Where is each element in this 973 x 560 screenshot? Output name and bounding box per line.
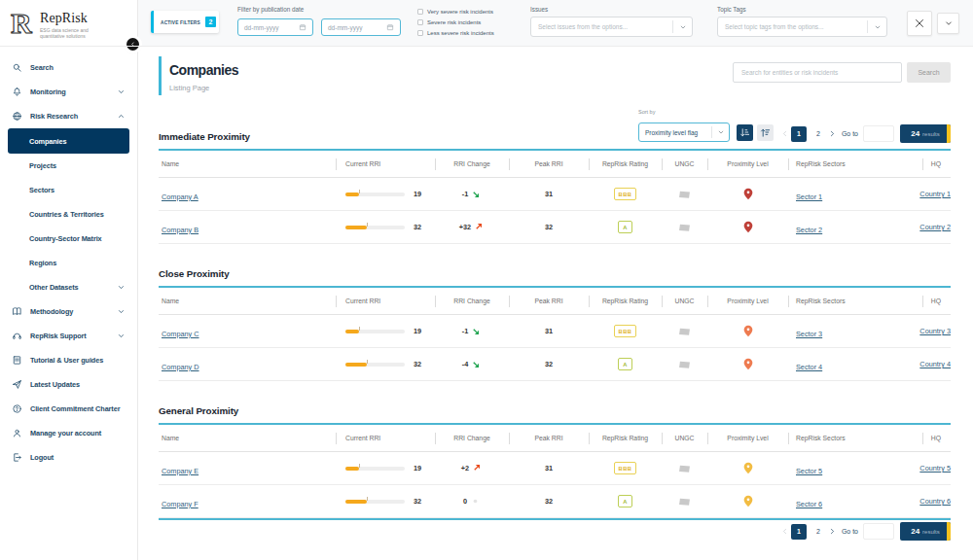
search-button[interactable]: Search — [907, 62, 951, 83]
column-header: Current RRI — [336, 435, 435, 441]
user-icon — [12, 428, 22, 438]
column-separator — [922, 296, 923, 307]
column-separator — [589, 296, 590, 307]
sector-link[interactable]: Sector 2 — [796, 226, 822, 234]
proximity-pin-icon — [743, 495, 753, 508]
column-header: RepRisk Sectors — [788, 160, 922, 167]
sidebar-item-regions[interactable]: Regions — [0, 251, 138, 275]
sidebar-item-logout[interactable]: Logout — [0, 445, 138, 470]
rri-decrease-arrow-icon — [471, 359, 482, 369]
hq-cell: Country 6 — [922, 497, 951, 506]
proximity-level-cell — [707, 325, 788, 337]
company-link[interactable]: Company E — [162, 467, 198, 475]
date-to-input[interactable]: dd-mm-yyyy — [321, 18, 401, 36]
date-from-input[interactable]: dd-mm-yyyy — [237, 18, 313, 36]
rating-badge: BBB — [614, 325, 637, 337]
column-header: RRI Change — [435, 160, 509, 167]
date-to-placeholder: dd-mm-yyyy — [328, 24, 362, 31]
rri-change-cell: -4 — [435, 359, 509, 369]
globe-icon — [12, 111, 22, 122]
peak-rri-value: 32 — [545, 497, 553, 506]
active-filters-count-badge: 2 — [205, 17, 216, 27]
column-header: RRI Change — [435, 435, 509, 441]
country-link[interactable]: Country 4 — [919, 360, 951, 368]
sidebar-item-projects[interactable]: Projects — [0, 154, 138, 178]
sector-link[interactable]: Sector 3 — [796, 330, 822, 338]
issues-dropdown[interactable]: Select issues from the options... — [530, 17, 693, 37]
country-link[interactable]: Country 5 — [919, 464, 951, 472]
sidebar-item-risk-research[interactable]: Risk Research — [0, 104, 138, 128]
headset-icon — [12, 331, 22, 341]
column-header: RepRisk Rating — [589, 160, 662, 167]
close-filters-button[interactable] — [907, 11, 932, 36]
checkbox[interactable] — [417, 30, 423, 36]
sector-link[interactable]: Sector 1 — [796, 192, 822, 201]
checkbox[interactable] — [417, 9, 423, 15]
topic-tags-dropdown[interactable]: Select topic tags from the options... — [717, 17, 887, 37]
current-rri-value: 32 — [414, 360, 421, 368]
sidebar-item-companies[interactable]: Companies — [8, 128, 129, 154]
company-link[interactable]: Company F — [162, 500, 198, 508]
column-separator — [336, 158, 337, 170]
column-header: HQ — [922, 435, 951, 441]
page-2-button[interactable]: 2 — [811, 524, 826, 540]
column-separator — [336, 433, 337, 444]
column-separator — [336, 296, 337, 307]
page-1-button[interactable]: 1 — [791, 524, 807, 540]
rri-bar-tick — [367, 223, 368, 227]
active-filters-button[interactable]: ACTIVE FILTERS 2 — [151, 11, 219, 33]
calendar-icon — [299, 23, 306, 31]
rri-bar-track — [345, 363, 405, 367]
page-prev-icon[interactable] — [780, 527, 789, 536]
hq-cell: Country 4 — [922, 360, 951, 368]
company-link[interactable]: Company D — [162, 363, 199, 371]
sidebar-collapse-button[interactable] — [126, 38, 139, 51]
checkbox[interactable] — [417, 19, 423, 25]
country-link[interactable]: Country 1 — [919, 190, 951, 198]
country-link[interactable]: Country 6 — [919, 497, 951, 506]
company-link[interactable]: Company A — [162, 192, 198, 201]
sidebar-item-label: Search — [30, 63, 54, 72]
company-link[interactable]: Company C — [162, 330, 199, 338]
sidebar-item-countries-territories[interactable]: Countries & Territories — [0, 202, 138, 227]
peak-rri-value: 31 — [545, 190, 553, 198]
section-title: Close Proximity — [159, 263, 951, 286]
company-name-cell: Company F — [159, 493, 336, 510]
rri-change-value: 0 — [463, 497, 467, 506]
country-link[interactable]: Country 3 — [919, 327, 951, 335]
sidebar-item-reprisk-support[interactable]: RepRisk Support — [0, 324, 138, 348]
sector-link[interactable]: Sector 5 — [796, 467, 822, 475]
country-link[interactable]: Country 2 — [919, 223, 951, 231]
sidebar-item-monitoring[interactable]: Monitoring — [0, 80, 138, 104]
page-next-icon[interactable] — [828, 527, 837, 536]
sector-link[interactable]: Sector 4 — [796, 363, 822, 371]
chevron-down-icon — [117, 307, 126, 316]
search-icon — [12, 62, 22, 73]
table-row: Company D32-432ASector 4Country 4 — [159, 348, 951, 381]
column-header: HQ — [922, 160, 951, 167]
sector-link[interactable]: Sector 6 — [796, 500, 822, 508]
collapse-filters-button[interactable] — [937, 13, 959, 34]
goto-page-input[interactable] — [863, 523, 894, 540]
sidebar-item-latest-updates[interactable]: Latest Updates — [0, 372, 138, 397]
entity-search-input[interactable]: Search for entities or risk incidents — [733, 62, 902, 83]
reprisk-rating-cell: A — [589, 358, 662, 370]
sidebar-item-sectors[interactable]: Sectors — [0, 178, 138, 202]
sidebar-item-client-commitment-charter[interactable]: Client Commitment Charter — [0, 397, 138, 421]
sidebar-item-search[interactable]: Search — [0, 55, 138, 80]
column-header: Peak RRI — [509, 298, 589, 304]
ungc-cell — [662, 464, 707, 473]
company-link[interactable]: Company B — [162, 226, 198, 234]
sidebar-item-manage-your-account[interactable]: Manage your account — [0, 421, 138, 445]
table-row: Company A19-131BBBSector 1Country 1 — [159, 178, 951, 211]
reprisk-rating-cell: BBB — [589, 462, 662, 474]
rri-change-cell: +2 — [435, 463, 509, 473]
column-header: RepRisk Sectors — [788, 298, 922, 304]
peak-rri-cell: 31 — [509, 464, 589, 472]
sidebar-item-country-sector-matrix[interactable]: Country-Sector Matrix — [0, 227, 138, 251]
column-header: RepRisk Sectors — [788, 435, 922, 441]
rri-bar-fill — [345, 330, 359, 333]
sidebar-item-other-datasets[interactable]: Other Datasets — [0, 275, 138, 299]
sidebar-item-tutorial-user-guides[interactable]: Tutorial & User guides — [0, 348, 138, 372]
sidebar-item-methodology[interactable]: Methodology — [0, 299, 138, 324]
